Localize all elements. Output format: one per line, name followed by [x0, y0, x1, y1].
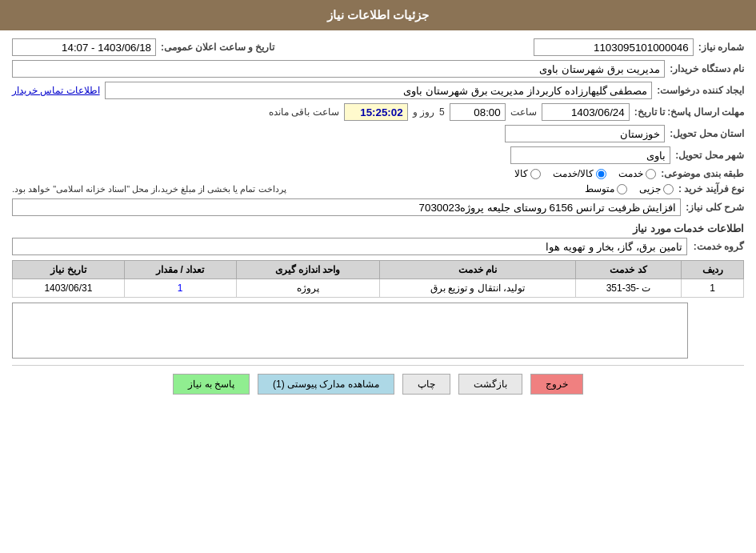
back-button[interactable]: بازگشت [458, 374, 522, 395]
page-header: جزئیات اطلاعات نیاز [0, 0, 756, 30]
purchase-label-motevaset: متوسط [585, 183, 614, 194]
contact-info-link[interactable]: اطلاعات تماس خریدار [12, 85, 100, 96]
row-buyer-name: نام دستگاه خریدار: [12, 60, 744, 78]
services-title: اطلاعات خدمات مورد نیاز [12, 222, 744, 234]
col-header-unit: واحد اندازه گیری [236, 261, 379, 279]
announce-datetime-input[interactable] [12, 38, 156, 56]
reply-button[interactable]: پاسخ به نیاز [173, 374, 250, 395]
cell-row: 1 [682, 279, 744, 298]
reply-time-input[interactable] [450, 103, 506, 121]
type-label-kala: کالا [514, 168, 528, 179]
row-province: استان محل تحویل: [12, 125, 744, 142]
buyer-name-label: نام دستگاه خریدار: [670, 63, 744, 74]
view-docs-button[interactable]: مشاهده مدارک پیوستی (1) [258, 374, 394, 395]
note-text: پرداخت تمام یا بخشی از مبلغ خرید،از محل … [12, 184, 286, 194]
type-radio-group: خدمت کالا/خدمت کالا [514, 168, 656, 179]
col-header-code: کد خدمت [576, 261, 682, 279]
type-label-kala-khadamat: کالا/خدمت [553, 168, 594, 179]
row-type: طبقه بندی موضوعی: خدمت کالا/خدمت کالا [12, 168, 744, 179]
row-purchase-type: نوع فرآیند خرید : جزیی متوسط پرداخت تمام… [12, 183, 744, 194]
row-city: شهر محل تحویل: [12, 146, 744, 164]
reply-remaining-label: ساعت باقی مانده [269, 106, 339, 118]
services-table-container: ردیف کد خدمت نام خدمت واحد اندازه گیری ت… [12, 260, 744, 298]
main-content: شماره نیاز: تاریخ و ساعت اعلان عمومی: نا… [0, 30, 756, 411]
purchase-radio-jozi[interactable] [663, 184, 674, 194]
row-reply-deadline: مهلت ارسال پاسخ: تا تاریخ: ساعت 5 روز و … [12, 103, 744, 121]
reply-days-value: 5 [439, 106, 445, 118]
announce-datetime-label: تاریخ و ساعت اعلان عمومی: [161, 42, 274, 53]
type-label-khadamat: خدمت [618, 168, 643, 179]
purchase-radio-motevaset[interactable] [617, 184, 627, 194]
cell-unit: پروژه [236, 279, 379, 298]
type-radio-kala-khadamat[interactable] [596, 169, 606, 179]
reply-time-label: ساعت [510, 106, 537, 118]
buyer-name-input[interactable] [12, 60, 665, 78]
col-header-date: تاریخ نیاز [13, 261, 125, 279]
type-label: طبقه بندی موضوعی: [661, 168, 744, 179]
type-option-kala: کالا [514, 168, 541, 179]
reply-days-label: روز و [413, 106, 434, 118]
reply-deadline-label: مهلت ارسال پاسخ: تا تاریخ: [634, 106, 744, 118]
requester-input[interactable] [105, 82, 653, 99]
cell-date: 1403/06/31 [13, 279, 125, 298]
service-group-label: گروه خدمت: [694, 241, 744, 252]
type-option-kala-khadamat: کالا/خدمت [553, 168, 606, 179]
services-table: ردیف کد خدمت نام خدمت واحد اندازه گیری ت… [12, 260, 744, 298]
purchase-type-label: نوع فرآیند خرید : [678, 183, 744, 194]
row-requester: ایجاد کننده درخواست: اطلاعات تماس خریدار [12, 82, 744, 99]
need-summary-label: شرح کلی نیاز: [686, 202, 744, 213]
service-group-input[interactable] [12, 238, 687, 255]
table-row: 1 ت -35-351 تولید، انتقال و توزیع برق پر… [13, 279, 744, 298]
page-wrapper: جزئیات اطلاعات نیاز شماره نیاز: تاریخ و … [0, 0, 756, 553]
city-label: شهر محل تحویل: [675, 150, 744, 161]
city-input[interactable] [510, 146, 670, 164]
row-need-summary: شرح کلی نیاز: [12, 198, 744, 216]
cell-code: ت -35-351 [576, 279, 682, 298]
footer-buttons: خروج بازگشت چاپ مشاهده مدارک پیوستی (1) … [12, 365, 744, 403]
purchase-option-jozi: جزیی [639, 183, 674, 194]
requester-label: ایجاد کننده درخواست: [657, 85, 744, 96]
need-summary-input[interactable] [12, 198, 681, 216]
exit-button[interactable]: خروج [530, 374, 583, 395]
cell-qty: 1 [124, 279, 236, 298]
reply-remaining-input[interactable] [344, 103, 408, 121]
row-need-number: شماره نیاز: تاریخ و ساعت اعلان عمومی: [12, 38, 744, 56]
province-label: استان محل تحویل: [670, 128, 744, 139]
province-input[interactable] [505, 125, 665, 142]
buyer-desc-textarea[interactable] [12, 303, 688, 359]
reply-date-input[interactable] [542, 103, 630, 121]
col-header-name: نام خدمت [379, 261, 576, 279]
print-button[interactable]: چاپ [402, 374, 450, 395]
page-title: جزئیات اطلاعات نیاز [327, 8, 429, 22]
col-header-qty: تعداد / مقدار [124, 261, 236, 279]
row-service-group: گروه خدمت: [12, 238, 744, 255]
buyer-desc-section [12, 303, 744, 359]
col-header-row: ردیف [682, 261, 744, 279]
cell-name: تولید، انتقال و توزیع برق [379, 279, 576, 298]
need-number-label: شماره نیاز: [698, 42, 744, 53]
purchase-label-jozi: جزیی [639, 183, 661, 194]
purchase-radio-group: جزیی متوسط [585, 183, 674, 194]
type-radio-kala[interactable] [530, 169, 541, 179]
type-option-khadamat: خدمت [618, 168, 656, 179]
need-number-input[interactable] [534, 38, 694, 56]
purchase-option-motevaset: متوسط [585, 183, 627, 194]
type-radio-khadamat[interactable] [646, 169, 656, 179]
